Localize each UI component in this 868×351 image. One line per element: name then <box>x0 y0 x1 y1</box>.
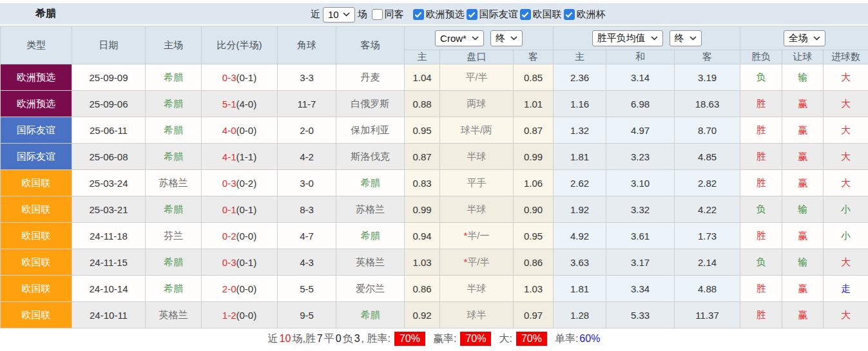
handicap-line: 球半 <box>467 309 487 320</box>
match-rows: 欧洲预选 25-09-09 希腊 0-3(0-1) 3-3 丹麦 1.04 平/… <box>1 64 868 328</box>
score-cell: 0-3(0-2) <box>202 170 278 196</box>
match-type-cell: 欧国联 <box>1 170 72 196</box>
table-row: 欧国联 24-11-18 芬兰 0-2(0-0) 4-7 希腊 0.94 *半/… <box>1 223 868 249</box>
match-type-cell: 欧国联 <box>1 223 72 249</box>
score-cell: 0-2(0-0) <box>202 223 278 249</box>
handicap-cell: 球半 <box>440 302 514 328</box>
away-odds: 0.85 <box>514 64 554 91</box>
handicap-result-cell: 输 <box>782 196 824 223</box>
score-cell: 0-3(0-1) <box>202 64 278 91</box>
sub-header-goals: 进球数 <box>824 50 868 64</box>
away-team: 希腊 <box>336 302 405 328</box>
home-odds: 0.88 <box>405 91 440 117</box>
halftime-score: (0-0) <box>236 283 257 294</box>
filter-controls: 近 10 场 同客 欧洲预选 国际友谊 欧国联 <box>308 3 606 26</box>
avg-home-odds: 1.81 <box>554 144 606 170</box>
away-team: 斯洛伐克 <box>336 144 405 170</box>
avg-home-odds: 2.62 <box>554 170 606 196</box>
result-cell: 负 <box>740 64 782 91</box>
halftime-score: (0-0) <box>236 125 257 136</box>
recent-count-select[interactable]: 10 <box>323 7 355 23</box>
col-header-score: 比分(半场) <box>202 26 278 64</box>
avg-draw-odds: 4.97 <box>606 117 675 144</box>
table-row: 欧国联 24-11-15 希腊 0-3(0-1) 4-3 英格兰 1.03 *平… <box>1 249 868 276</box>
avg-away-odds: 2.82 <box>675 170 740 196</box>
filter-label-euro-cup: 欧洲杯 <box>577 8 606 21</box>
fulltime-score: 4-0 <box>222 125 236 136</box>
avg-draw-odds: 6.98 <box>606 91 675 117</box>
over-rate-label: 大: <box>499 332 512 346</box>
sub-header-avg-away: 客 <box>675 50 740 64</box>
handicap-result-cell: 赢 <box>782 302 824 328</box>
chevron-down-icon <box>472 36 479 41</box>
match-date: 24-11-18 <box>72 223 146 249</box>
handicap-line: 球半/两 <box>461 124 492 135</box>
corners-cell: 11-7 <box>278 91 336 117</box>
home-odds: 1.04 <box>405 64 440 91</box>
scope-select[interactable]: 全场 <box>784 30 825 46</box>
avg-draw-odds: 3.32 <box>606 196 675 223</box>
match-type-cell: 欧国联 <box>1 196 72 223</box>
avg-time-select[interactable]: 终 <box>670 30 702 46</box>
home-team: 希腊 <box>146 249 202 276</box>
avg-select-group: 胜平负均值 终 <box>554 26 740 50</box>
match-type-cell: 国际友谊 <box>1 144 72 170</box>
match-history-table: 类型 日期 主场 比分(半场) 角球 客场 Crow* <box>0 26 868 328</box>
corners-cell: 2-0 <box>278 117 336 144</box>
handicap-line: 两球 <box>467 98 487 109</box>
score-cell: 1-2(0-0) <box>202 302 278 328</box>
avg-home-odds: 1.28 <box>554 302 606 328</box>
page-title: 希腊 <box>0 7 56 21</box>
home-odds: 0.94 <box>405 223 440 249</box>
handicap-line: 半球 <box>467 283 487 294</box>
halftime-score: (1-1) <box>236 151 257 162</box>
sub-header-odds-away: 客 <box>514 50 554 64</box>
table-row: 国际友谊 25-06-08 希腊 4-1(1-1) 4-2 斯洛伐克 0.87 … <box>1 144 868 170</box>
handicap-result-cell: 输 <box>782 64 824 91</box>
filter-checkbox-friendly[interactable] <box>467 9 477 20</box>
away-odds: 0.99 <box>514 144 554 170</box>
match-date: 25-06-08 <box>72 144 146 170</box>
home-odds: 0.99 <box>405 196 440 223</box>
same-opponent-label: 同客 <box>385 8 404 21</box>
halftime-score: (0-1) <box>236 72 257 83</box>
handicap-rate-label: 赢率: <box>433 332 456 346</box>
summary-text: 场,胜 <box>292 332 315 346</box>
wins-count: 7 <box>317 333 323 345</box>
result-cell: 胜 <box>740 170 782 196</box>
avg-home-odds: 4.92 <box>554 223 606 249</box>
avg-type-select[interactable]: 胜平负均值 <box>592 30 663 46</box>
result-cell: 负 <box>740 196 782 223</box>
handicap-line: 半球 <box>467 151 487 162</box>
table-row: 国际友谊 25-06-11 希腊 4-0(0-0) 2-0 保加利亚 0.95 … <box>1 117 868 144</box>
away-odds: 0.87 <box>514 117 554 144</box>
win-rate-label: , 胜率: <box>362 332 391 346</box>
halftime-score: (0-0) <box>236 310 257 321</box>
score-cell: 0-3(0-1) <box>202 249 278 276</box>
fulltime-score: 5-1 <box>222 99 236 109</box>
away-odds: 0.90 <box>514 196 554 223</box>
handicap-result-cell: 输 <box>782 249 824 276</box>
score-cell: 5-1(4-0) <box>202 91 278 117</box>
same-opponent-checkbox[interactable] <box>372 9 383 20</box>
filter-checkbox-euro-qualifiers[interactable] <box>413 9 424 20</box>
corners-cell: 4-2 <box>278 144 336 170</box>
handicap-cell: 球半/两 <box>440 117 514 144</box>
sub-header-handicap-result: 让球 <box>782 50 824 64</box>
avg-away-odds: 2.14 <box>675 249 740 276</box>
match-type-cell: 欧洲预选 <box>1 91 72 117</box>
odds-company-select[interactable]: Crow* <box>435 30 484 46</box>
table-row: 欧洲预选 25-09-09 希腊 0-3(0-1) 3-3 丹麦 1.04 平/… <box>1 64 868 91</box>
home-team: 希腊 <box>146 64 202 91</box>
away-team: 希腊 <box>336 170 405 196</box>
result-cell: 胜 <box>740 144 782 170</box>
avg-home-odds: 1.16 <box>554 91 606 117</box>
corners-cell: 4-7 <box>278 223 336 249</box>
filter-checkbox-nations-league[interactable] <box>520 9 531 20</box>
sub-header-avg-draw: 和 <box>606 50 675 64</box>
odds-time-select[interactable]: 终 <box>490 30 523 46</box>
filter-checkbox-euro-cup[interactable] <box>564 9 575 20</box>
chevron-down-icon <box>651 36 658 41</box>
halftime-score: (0-2) <box>236 178 257 189</box>
draws-count: 0 <box>336 333 342 345</box>
